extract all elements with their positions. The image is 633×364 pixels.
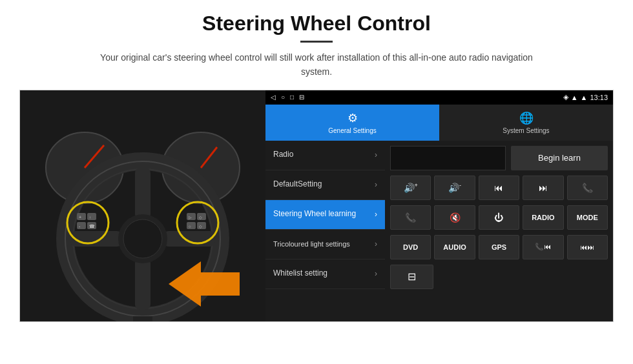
power-button[interactable]: ⏻ <box>479 205 519 230</box>
menu-item-whitelist[interactable]: Whitelist setting › <box>265 259 385 289</box>
svg-rect-9 <box>135 258 150 310</box>
status-bar: ◁ ○ □ ⊟ ◈ ▲ ▲ 13:13 <box>265 90 613 105</box>
vol-up-button[interactable]: 🔊+ <box>390 176 431 200</box>
svg-rect-10 <box>70 231 122 247</box>
next-track-icon: ⏭ <box>539 183 548 193</box>
call-icon: 📞 <box>582 183 593 193</box>
radio-label: RADIO <box>532 214 554 221</box>
status-bar-left: ◁ ○ □ ⊟ <box>271 94 304 101</box>
android-panel: ◁ ○ □ ⊟ ◈ ▲ ▲ 13:13 ⚙ General Settings <box>265 90 613 321</box>
svg-text:◇: ◇ <box>199 216 202 219</box>
menu-item-radio[interactable]: Radio › <box>265 141 385 170</box>
begin-learn-row: Begin learn <box>390 146 608 170</box>
svg-rect-11 <box>163 231 215 247</box>
vol-up-icon: 🔊+ <box>404 182 418 193</box>
menu-item-steering[interactable]: Steering Wheel learning › <box>265 200 385 230</box>
vol-down-button[interactable]: 🔊- <box>434 176 475 200</box>
mute-button[interactable]: 🔇 <box>434 205 475 230</box>
call-button[interactable]: 📞 <box>567 176 608 200</box>
svg-text:+: + <box>79 215 81 219</box>
chevron-icon-radio: › <box>375 150 377 159</box>
tab-general-label: General Settings <box>328 127 377 134</box>
menu-item-tricoloured-label: Tricoloured light settings <box>273 239 350 248</box>
tab-bar: ⚙ General Settings 🌐 System Settings <box>265 105 613 141</box>
menu-item-tricoloured[interactable]: Tricoloured light settings › <box>265 230 385 259</box>
tab-system[interactable]: 🌐 System Settings <box>439 105 613 141</box>
svg-text:○: ○ <box>189 225 191 228</box>
prev-next-icon: ⏮⏭ <box>580 243 594 251</box>
tab-system-label: System Settings <box>503 127 549 134</box>
menu-item-radio-label: Radio <box>273 150 293 160</box>
dvd-button[interactable]: DVD <box>390 235 431 259</box>
vol-down-icon: 🔊- <box>448 182 461 193</box>
chevron-icon-whitelist: › <box>375 269 377 278</box>
page-subtitle: Your original car's steering wheel contr… <box>90 50 543 79</box>
gps-button[interactable]: GPS <box>479 235 519 259</box>
status-bar-right: ◈ ▲ ▲ 13:13 <box>563 93 608 101</box>
nav-home-icon: ○ <box>281 94 285 101</box>
call-prev-icon: 📞⏮ <box>535 243 551 251</box>
menu-list: Radio › DefaultSetting › Steering Wheel … <box>265 141 385 321</box>
gps-label: GPS <box>492 243 506 251</box>
dvd-label: DVD <box>403 243 418 251</box>
gear-icon: ⚙ <box>348 111 358 125</box>
steering-wheel-panel: + ↑ - ☎ ▷ ◇ ○ ◇ <box>20 90 265 322</box>
menu-icon: ⊟ <box>408 270 416 283</box>
menu-btn[interactable]: ⊟ <box>390 265 433 289</box>
power-icon: ⏻ <box>494 212 503 223</box>
radio-button[interactable]: RADIO <box>523 205 563 230</box>
mute-icon: 🔇 <box>450 212 461 223</box>
location-icon: ◈ <box>563 93 568 101</box>
call-end-icon: 📞 <box>405 212 416 223</box>
prev-track-icon: ⏮ <box>494 183 503 193</box>
prev-next-button[interactable]: ⏮⏭ <box>567 235 608 259</box>
chevron-icon-default: › <box>375 180 377 189</box>
control-panel: Begin learn 🔊+ 🔊- ⏮ <box>385 141 613 321</box>
bottom-grid: DVD AUDIO GPS 📞⏮ ⏮⏭ <box>390 235 608 259</box>
mode-button[interactable]: MODE <box>567 205 608 230</box>
key-input-box <box>390 146 506 170</box>
call-prev-button[interactable]: 📞⏮ <box>523 235 563 259</box>
control-grid-row1: 🔊+ 🔊- ⏮ ⏭ 📞 <box>390 176 608 200</box>
svg-text:☎: ☎ <box>89 224 95 228</box>
svg-text:◇: ◇ <box>199 225 202 228</box>
mode-label: MODE <box>577 214 598 221</box>
audio-label: AUDIO <box>443 243 466 251</box>
page-title: Steering Wheel Control <box>202 12 431 35</box>
nav-back-icon: ◁ <box>271 94 276 101</box>
last-row: ⊟ <box>390 265 608 289</box>
nav-menu-icon: ⊟ <box>299 94 304 101</box>
next-track-button[interactable]: ⏭ <box>523 176 563 200</box>
wifi-icon: ▲ <box>581 94 588 101</box>
nav-recent-icon: □ <box>290 94 294 101</box>
screenshot-container: + ↑ - ☎ ▷ ◇ ○ ◇ <box>19 90 614 322</box>
globe-icon: 🌐 <box>519 111 534 125</box>
chevron-icon-steering: › <box>375 210 377 219</box>
chevron-icon-tricoloured: › <box>375 239 377 248</box>
svg-rect-33 <box>133 316 152 322</box>
menu-item-steering-label: Steering Wheel learning <box>273 209 356 219</box>
svg-point-13 <box>123 219 162 258</box>
page: Steering Wheel Control Your original car… <box>0 0 633 364</box>
title-divider <box>300 41 333 43</box>
svg-text:↑: ↑ <box>89 216 91 219</box>
prev-track-button[interactable]: ⏮ <box>479 176 519 200</box>
menu-item-whitelist-label: Whitelist setting <box>273 268 327 279</box>
audio-button[interactable]: AUDIO <box>434 235 475 259</box>
menu-item-default[interactable]: DefaultSetting › <box>265 170 385 200</box>
main-content: Radio › DefaultSetting › Steering Wheel … <box>265 141 613 321</box>
tab-general[interactable]: ⚙ General Settings <box>265 105 439 141</box>
signal-icon: ▲ <box>571 94 578 101</box>
call-end-button[interactable]: 📞 <box>390 205 431 230</box>
control-grid-row2: 📞 🔇 ⏻ RADIO MODE <box>390 205 608 230</box>
begin-learn-button[interactable]: Begin learn <box>511 146 608 170</box>
menu-item-default-label: DefaultSetting <box>273 179 322 190</box>
svg-text:▷: ▷ <box>189 216 192 219</box>
time-display: 13:13 <box>590 94 608 101</box>
svg-rect-8 <box>135 168 150 219</box>
